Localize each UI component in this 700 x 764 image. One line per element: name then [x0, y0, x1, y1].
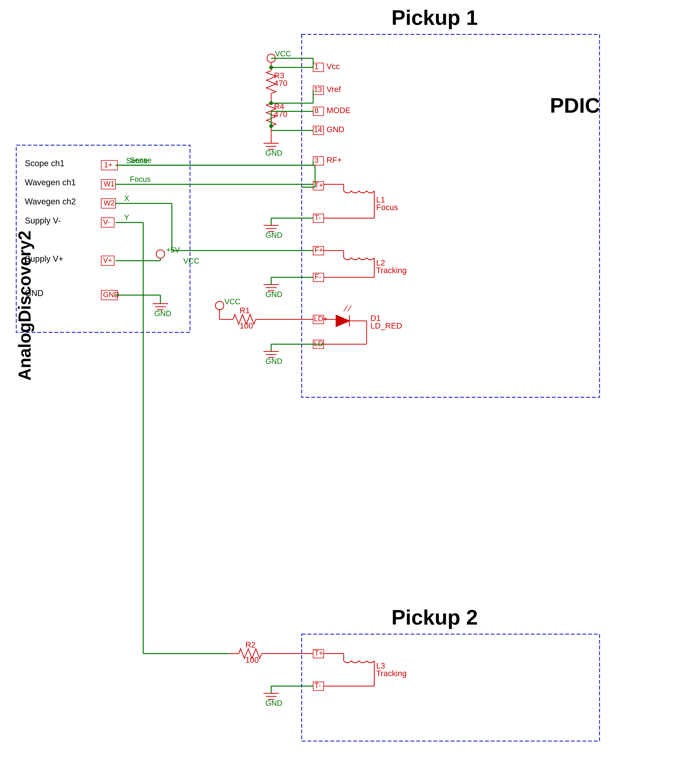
pickup1-ldminus-label: LD-: [314, 340, 325, 348]
gnd-label-ld: GND: [266, 357, 283, 365]
gnd-label-r4: GND: [266, 149, 283, 157]
pdic-pin8-label: 8: [314, 106, 319, 114]
sense-wire-label: Sense: [130, 156, 152, 164]
scope-ch1-label: Scope ch1: [25, 158, 64, 168]
gnd-label-main: GND: [154, 309, 171, 318]
pdic-gnd-label: GND: [327, 125, 344, 134]
gnd-device-label: GND: [25, 288, 44, 298]
pdic-pin13-label: 13: [314, 86, 322, 94]
l1-name: Focus: [376, 203, 398, 212]
pdic-label: PDIC: [550, 94, 600, 117]
gnd-label-l2: GND: [266, 290, 283, 299]
pdic-pin1-label: 1: [314, 63, 319, 70]
pdic-pin14-label: 14: [314, 126, 322, 134]
pin-w1: W1: [104, 180, 114, 188]
x-wire-label: X: [124, 194, 129, 202]
l3-name: Tracking: [376, 669, 407, 678]
wavegen-ch2-label: Wavegen ch2: [25, 197, 76, 206]
schematic: Pickup 1 Pickup 2 PDIC AnalogDiscovery2 …: [0, 0, 700, 764]
pickup1-tminus-label: T-: [314, 213, 321, 222]
pin-w2: W2: [104, 199, 114, 207]
pickup1-fminus-label: F-: [314, 273, 321, 281]
r2-value: 100: [245, 656, 259, 664]
junction-r3r4: [269, 101, 273, 105]
pdic-mode-label: MODE: [327, 106, 351, 115]
supply-vminus-label: Supply V-: [25, 216, 61, 225]
pickup2-title: Pickup 2: [391, 606, 478, 629]
y-wire-label: Y: [124, 213, 129, 222]
pin-vminus: V-: [103, 218, 110, 226]
pdic-vcc-label: Vcc: [327, 62, 340, 71]
vcc-label-2: VCC: [224, 297, 241, 306]
pin-1plus: 1+: [104, 161, 112, 169]
vcc-label-3: VCC: [183, 257, 199, 265]
supply-vplus-label: Supply V+: [25, 254, 63, 263]
r3-value: 470: [274, 79, 288, 88]
pickup1-fplus-label: F+: [314, 246, 323, 254]
pickup2-tplus-label: T+: [314, 649, 323, 657]
pdic-pin3-label: 3: [314, 156, 319, 164]
focus-wire-label: Focus: [130, 175, 151, 183]
gnd-label-p2: GND: [266, 699, 283, 707]
l2-name: Tracking: [376, 266, 407, 275]
analog-discovery-title: AnalogDiscovery2: [15, 230, 34, 380]
pdic-vref-label: Vref: [327, 85, 341, 94]
r1-value: 100: [240, 321, 253, 330]
vcc-label-1: VCC: [275, 50, 291, 58]
pickup1-ldplus-label: LD+: [314, 315, 328, 323]
r1-label: R1: [240, 306, 250, 315]
pickup1-tplus-label: T+: [314, 181, 323, 189]
pdic-rf-label: RF+: [327, 155, 342, 164]
pickup1-title: Pickup 1: [391, 6, 478, 29]
gnd-label-l1: GND: [266, 231, 283, 240]
r2-label: R2: [245, 640, 256, 649]
pin-vplus: V+: [103, 256, 112, 265]
plus5v-label: +5V: [166, 246, 180, 254]
pickup2-tminus-label: T-: [314, 681, 321, 689]
wavegen-ch1-label: Wavegen ch1: [25, 178, 76, 187]
d1-name: LD_RED: [370, 321, 402, 330]
